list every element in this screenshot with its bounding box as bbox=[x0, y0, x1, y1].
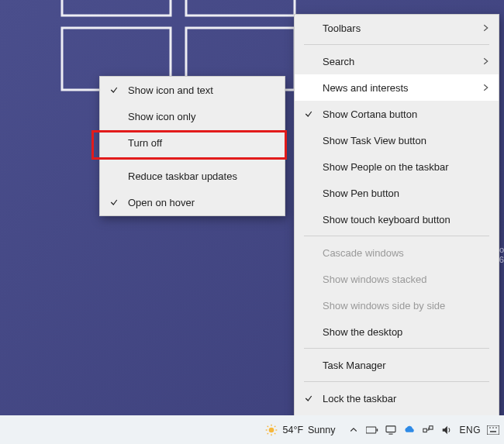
menu-item-label: Search bbox=[323, 56, 354, 67]
weather-cond: Sunny bbox=[308, 425, 335, 435]
svg-rect-15 bbox=[386, 425, 395, 432]
svg-rect-14 bbox=[377, 429, 378, 431]
volume-icon[interactable] bbox=[440, 424, 453, 436]
chevron-right-icon bbox=[482, 23, 489, 33]
menu-item-label: Cascade windows bbox=[323, 247, 404, 259]
menu-item[interactable]: Show touch keyboard button bbox=[295, 206, 499, 232]
menu-item[interactable]: Show People on the taskbar bbox=[295, 153, 499, 180]
chevron-right-icon bbox=[482, 83, 489, 92]
svg-rect-17 bbox=[423, 429, 426, 432]
ime-icon[interactable] bbox=[487, 424, 499, 436]
menu-item[interactable]: Open on hover bbox=[100, 189, 285, 215]
menu-item-label: Show windows stacked bbox=[323, 274, 426, 285]
menu-item[interactable]: Search bbox=[295, 48, 499, 74]
menu-item-label: Show Pen button bbox=[323, 188, 399, 199]
menu-item-label: Lock the taskbar bbox=[323, 393, 396, 404]
menu-item-label: Show windows side by side bbox=[323, 300, 445, 311]
menu-separator bbox=[304, 381, 489, 382]
menu-item: Show windows stacked bbox=[295, 266, 499, 292]
weather-widget[interactable]: 54°F Sunny bbox=[265, 424, 335, 436]
menu-item-label: Show the desktop bbox=[323, 326, 402, 338]
taskbar-context-menu: ToolbarsSearchNews and interestsShow Cor… bbox=[294, 14, 499, 439]
menu-item-label: Open on hover bbox=[128, 197, 195, 208]
chevron-right-icon bbox=[482, 57, 489, 66]
svg-line-11 bbox=[268, 433, 268, 434]
language-indicator[interactable]: ENG bbox=[459, 425, 481, 435]
check-icon bbox=[304, 109, 313, 119]
menu-item-label: Show icon only bbox=[128, 111, 195, 122]
svg-point-4 bbox=[269, 427, 274, 432]
menu-item-label: Task Manager bbox=[323, 360, 386, 371]
menu-item[interactable]: Show the desktop bbox=[295, 318, 499, 345]
svg-line-9 bbox=[268, 425, 268, 426]
check-icon bbox=[109, 198, 119, 207]
menu-item-label: Show Cortana button bbox=[323, 108, 417, 120]
onedrive-icon[interactable] bbox=[403, 424, 416, 436]
menu-item-label: Toolbars bbox=[323, 22, 361, 34]
network-icon[interactable] bbox=[422, 424, 434, 436]
menu-separator bbox=[304, 44, 489, 45]
menu-item[interactable]: Show icon and text bbox=[100, 77, 285, 103]
menu-item[interactable]: Show Cortana button bbox=[295, 101, 499, 127]
sun-icon bbox=[265, 424, 278, 436]
menu-item-label: Show People on the taskbar bbox=[323, 161, 449, 173]
menu-item-label: Show Task View button bbox=[323, 135, 426, 146]
svg-rect-1 bbox=[186, 0, 295, 15]
system-tray: ENG bbox=[347, 424, 499, 436]
menu-item[interactable]: News and interests bbox=[295, 74, 499, 101]
battery-icon[interactable] bbox=[366, 424, 378, 436]
svg-line-10 bbox=[274, 433, 275, 434]
menu-item[interactable]: Show icon only bbox=[100, 103, 285, 129]
check-icon bbox=[304, 394, 313, 403]
svg-marker-19 bbox=[443, 425, 447, 434]
check-icon bbox=[109, 85, 119, 95]
taskbar: 54°F Sunny ENG bbox=[0, 415, 504, 444]
menu-item[interactable]: Lock the taskbar bbox=[295, 385, 499, 411]
svg-rect-20 bbox=[487, 425, 499, 435]
menu-item: Cascade windows bbox=[295, 239, 499, 266]
menu-item[interactable]: Show Pen button bbox=[295, 180, 499, 206]
menu-item-label: Show icon and text bbox=[128, 84, 213, 96]
menu-item[interactable]: Toolbars bbox=[295, 15, 499, 41]
annotation-highlight bbox=[91, 130, 287, 160]
menu-item[interactable]: Task Manager bbox=[295, 352, 499, 378]
menu-separator bbox=[304, 236, 489, 236]
screen-icon[interactable] bbox=[385, 424, 397, 436]
menu-item-label: Show touch keyboard button bbox=[323, 214, 450, 225]
menu-separator bbox=[304, 348, 489, 349]
chevron-up-icon[interactable] bbox=[347, 424, 360, 436]
menu-item[interactable]: Reduce taskbar updates bbox=[100, 163, 285, 189]
menu-item-label: Reduce taskbar updates bbox=[128, 170, 237, 182]
svg-rect-18 bbox=[430, 425, 433, 429]
menu-item[interactable]: Show Task View button bbox=[295, 127, 499, 153]
svg-rect-13 bbox=[366, 427, 376, 433]
weather-temp: 54°F bbox=[282, 425, 303, 435]
menu-item-label: News and interests bbox=[323, 82, 409, 94]
svg-line-12 bbox=[274, 425, 275, 426]
menu-item: Show windows side by side bbox=[295, 292, 499, 318]
svg-rect-0 bbox=[62, 0, 171, 15]
